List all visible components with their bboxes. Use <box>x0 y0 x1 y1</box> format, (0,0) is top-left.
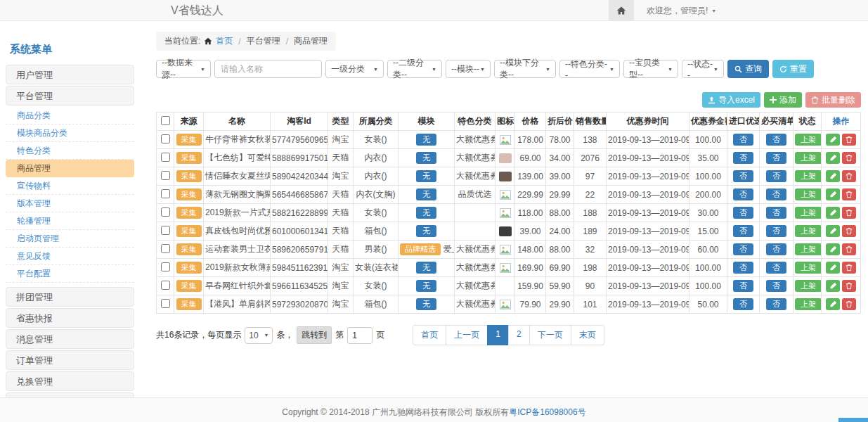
sidebar-group-message[interactable]: 消息管理 <box>6 329 134 349</box>
status-badge[interactable]: 上架 <box>795 207 822 219</box>
import-toggle-badge[interactable]: 否 <box>733 225 753 237</box>
must-buy-toggle-badge[interactable]: 否 <box>766 262 786 274</box>
icp-link[interactable]: 粤ICP备16098006号 <box>509 407 585 417</box>
user-menu[interactable]: 欢迎您，管理员! ▼ <box>647 5 716 17</box>
reset-button[interactable]: 重置 <box>772 60 814 78</box>
sidebar-item-platform-config[interactable]: 平台配置 <box>6 265 134 283</box>
jump-button[interactable]: 跳转到 <box>297 326 332 344</box>
filter-select-feature-category[interactable]: --特色分类--▼ <box>559 60 620 78</box>
edit-button[interactable] <box>826 243 840 255</box>
sidebar-item-carousel-manage[interactable]: 轮播管理 <box>6 212 134 230</box>
filter-select-item-type[interactable]: --宝贝类型--▼ <box>623 60 678 78</box>
jump-page-input[interactable] <box>347 327 373 344</box>
delete-button[interactable] <box>842 243 856 255</box>
row-checkbox[interactable] <box>161 153 170 162</box>
search-button[interactable]: 查询 <box>727 60 769 78</box>
sidebar-item-feedback[interactable]: 意见反馈 <box>6 248 134 265</box>
edit-button[interactable] <box>826 262 840 274</box>
filter-select-module-sub-category[interactable]: --模块下分类--▼ <box>494 60 556 78</box>
status-badge[interactable]: 上架 <box>795 298 822 310</box>
filter-select-data-source[interactable]: --数据来源--▼ <box>156 60 211 78</box>
delete-button[interactable] <box>842 298 856 310</box>
breadcrumb-home-link[interactable]: 首页 <box>216 35 233 47</box>
sidebar-item-splash-manage[interactable]: 启动页管理 <box>6 230 134 248</box>
delete-button[interactable] <box>842 207 856 219</box>
page-button-上一页[interactable]: 上一页 <box>446 325 488 345</box>
add-button[interactable]: 添加 <box>764 92 802 108</box>
filter-select-module[interactable]: --模块--▼ <box>446 60 491 78</box>
select-all-checkbox[interactable] <box>161 116 170 125</box>
must-buy-toggle-badge[interactable]: 否 <box>766 280 786 292</box>
status-badge[interactable]: 上架 <box>795 170 822 182</box>
must-buy-toggle-badge[interactable]: 否 <box>766 225 786 237</box>
delete-button[interactable] <box>842 262 856 274</box>
sidebar-group-group-buy[interactable]: 拼团管理 <box>6 287 134 307</box>
home-button[interactable] <box>609 0 634 21</box>
sidebar-item-module-goods-category[interactable]: 模块商品分类 <box>6 124 134 142</box>
page-button-首页[interactable]: 首页 <box>413 325 446 345</box>
delete-button[interactable] <box>842 152 856 164</box>
row-checkbox[interactable] <box>161 226 170 235</box>
delete-button[interactable] <box>842 188 856 200</box>
must-buy-toggle-badge[interactable]: 否 <box>766 170 786 182</box>
edit-button[interactable] <box>826 134 840 146</box>
page-button-下一页[interactable]: 下一页 <box>529 325 571 345</box>
status-badge[interactable]: 上架 <box>795 134 822 146</box>
sidebar-group-platform[interactable]: 平台管理 <box>6 86 134 106</box>
back-to-top-button[interactable] <box>838 418 868 422</box>
filter-select-status[interactable]: --状态--▼ <box>682 60 724 78</box>
page-button-2[interactable]: 2 <box>508 325 530 345</box>
delete-button[interactable] <box>842 225 856 237</box>
row-checkbox[interactable] <box>161 244 170 253</box>
edit-button[interactable] <box>826 207 840 219</box>
filter-select-level2-category[interactable]: --二级分类--▼ <box>387 60 442 78</box>
row-checkbox[interactable] <box>161 189 170 198</box>
page-button-末页[interactable]: 末页 <box>571 325 604 345</box>
sidebar-item-goods-category[interactable]: 商品分类 <box>6 107 134 124</box>
import-toggle-badge[interactable]: 否 <box>733 243 753 255</box>
edit-button[interactable] <box>826 225 840 237</box>
page-button-1[interactable]: 1 <box>487 325 509 345</box>
status-badge[interactable]: 上架 <box>795 243 822 255</box>
sidebar-group-exchange[interactable]: 兑换管理 <box>6 371 134 391</box>
import-toggle-badge[interactable]: 否 <box>733 298 753 310</box>
import-toggle-badge[interactable]: 否 <box>733 134 753 146</box>
page-size-select[interactable]: 10 ▼ <box>245 327 273 344</box>
row-checkbox[interactable] <box>161 262 170 271</box>
sidebar-group-express-news[interactable]: 省惠快报 <box>6 308 134 328</box>
row-checkbox[interactable] <box>161 171 170 180</box>
must-buy-toggle-badge[interactable]: 否 <box>766 134 786 146</box>
import-toggle-badge[interactable]: 否 <box>733 207 753 219</box>
row-checkbox[interactable] <box>161 207 170 217</box>
sidebar-item-version-manage[interactable]: 版本管理 <box>6 195 134 212</box>
edit-button[interactable] <box>826 188 840 200</box>
sidebar-group-order[interactable]: 订单管理 <box>6 350 134 370</box>
must-buy-toggle-badge[interactable]: 否 <box>766 188 786 200</box>
must-buy-toggle-badge[interactable]: 否 <box>766 243 786 255</box>
row-checkbox[interactable] <box>161 299 170 308</box>
sidebar-item-goods-manage[interactable]: 商品管理 <box>6 160 134 177</box>
delete-button[interactable] <box>842 134 856 146</box>
delete-button[interactable] <box>842 170 856 182</box>
import-toggle-badge[interactable]: 否 <box>733 170 753 182</box>
edit-button[interactable] <box>826 280 840 292</box>
row-checkbox[interactable] <box>161 281 170 290</box>
must-buy-toggle-badge[interactable]: 否 <box>766 298 786 310</box>
import-toggle-badge[interactable]: 否 <box>733 188 753 200</box>
status-badge[interactable]: 上架 <box>795 262 822 274</box>
delete-button[interactable] <box>842 280 856 292</box>
sidebar-item-promo-material[interactable]: 宣传物料 <box>6 177 134 195</box>
status-badge[interactable]: 上架 <box>795 188 822 200</box>
must-buy-toggle-badge[interactable]: 否 <box>766 207 786 219</box>
status-badge[interactable]: 上架 <box>795 225 822 237</box>
edit-button[interactable] <box>826 170 840 182</box>
import-excel-button[interactable]: 导入excel <box>702 92 760 108</box>
sidebar-group-users[interactable]: 用户管理 <box>6 65 134 84</box>
row-checkbox[interactable] <box>161 134 170 143</box>
filter-select-level1-category[interactable]: 一级分类▼ <box>325 60 384 78</box>
must-buy-toggle-badge[interactable]: 否 <box>766 152 786 164</box>
import-toggle-badge[interactable]: 否 <box>733 152 753 164</box>
sidebar-item-feature-category[interactable]: 特色分类 <box>6 142 134 160</box>
import-toggle-badge[interactable]: 否 <box>733 262 753 274</box>
status-badge[interactable]: 上架 <box>795 152 822 164</box>
